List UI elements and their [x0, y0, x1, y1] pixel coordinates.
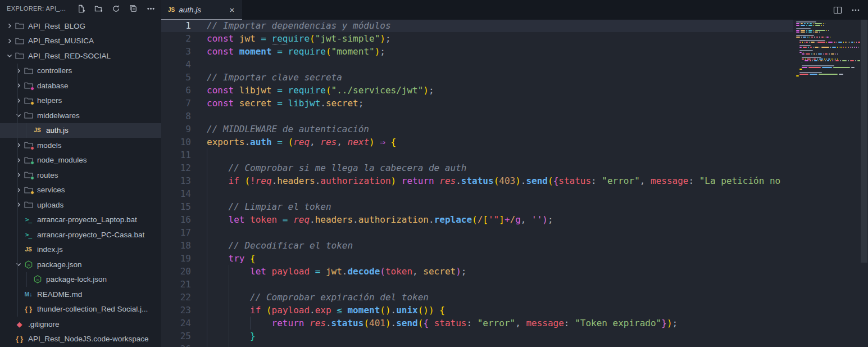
tree-item-arrancar-proyecto-pc-casa-bat[interactable]: >_arrancar-proyecto_PC-Casa.bat — [0, 227, 161, 242]
editor-indent-guide — [207, 161, 207, 174]
code-line-20[interactable]: 20 let payload = jwt.decode(token, secre… — [161, 265, 793, 278]
chevron-right-icon[interactable] — [13, 156, 23, 165]
indent-guide — [17, 78, 18, 93]
code-line-14[interactable]: 14 — [161, 187, 793, 200]
new-folder-icon[interactable] — [93, 3, 103, 13]
tree-item-package-json[interactable]: jspackage.json — [0, 257, 161, 272]
chevron-right-icon[interactable] — [13, 170, 23, 179]
code-line-4[interactable]: 4 — [161, 58, 793, 71]
indent-guide — [17, 287, 18, 302]
markdown-icon: M↓ — [23, 290, 34, 299]
tree-item-api-rest-musica[interactable]: API_Rest_MUSICA — [0, 34, 161, 49]
minimap-line — [796, 33, 859, 34]
tree-item-helpers[interactable]: helpers — [0, 93, 161, 109]
code-line-11[interactable]: 11 — [161, 148, 793, 161]
collapse-all-icon[interactable] — [128, 3, 138, 13]
chevron-down-icon[interactable] — [4, 51, 14, 60]
chevron-down-icon[interactable] — [13, 111, 23, 120]
tree-item-arrancar-proyecto-laptop-bat[interactable]: >_arrancar-proyecto_Laptop.bat — [0, 213, 161, 228]
code-line-17[interactable]: 17 — [161, 226, 793, 239]
tree-item-index-js[interactable]: JSindex.js — [0, 242, 161, 258]
minimap-line — [796, 47, 859, 48]
tree-item-api-rest-red-social[interactable]: API_Rest_RED-SOCIAL — [0, 48, 161, 64]
tab-auth-js[interactable]: JS auth.js × — [161, 0, 242, 20]
code-line-9[interactable]: 9// MIDDLEWARE de autenticación — [161, 123, 793, 136]
code-line-8[interactable]: 8 — [161, 110, 793, 123]
tree-item-node-modules[interactable]: node_modules — [0, 153, 161, 168]
tree-item-middelwares[interactable]: middelwares — [0, 108, 161, 123]
code-line-7[interactable]: 7const secret = libjwt.secret; — [161, 97, 793, 110]
tree-item-api-rest-blog[interactable]: API_Rest_BLOG — [0, 19, 161, 34]
chevron-right-icon[interactable] — [13, 186, 23, 195]
chevron-right-icon[interactable] — [13, 66, 23, 75]
code-line-21[interactable]: 21 — [161, 278, 793, 291]
line-number: 15 — [161, 200, 191, 213]
code-line-1[interactable]: 1// Importar dependencias y módulos — [161, 20, 793, 32]
code-line-6[interactable]: 6const libjwt = require("../services/jwt… — [161, 84, 793, 97]
line-number: 8 — [161, 110, 191, 123]
scrollbar-thumb[interactable] — [861, 20, 867, 263]
new-file-icon[interactable] — [76, 3, 86, 13]
tree-item-api-rest-nodejs-code-workspace[interactable]: { }API_Rest_NodeJS.code-workspace — [0, 332, 161, 347]
terminal-icon: >_ — [23, 215, 34, 224]
more-actions-icon[interactable] — [146, 3, 156, 13]
minimap-line — [796, 69, 859, 70]
tree-item-database[interactable]: database — [0, 78, 161, 93]
tree-item-thunder-collection-red-social-j-[interactable]: { }thunder-collection_Red Social.j... — [0, 302, 161, 317]
editor-indent-guide — [207, 291, 207, 304]
code-line-3[interactable]: 3const moment = require("moment"); — [161, 45, 793, 58]
refresh-icon[interactable] — [111, 3, 121, 13]
code-line-23[interactable]: 23 if (payload.exp ≤ moment().unix()) { — [161, 304, 793, 317]
code-line-2[interactable]: 2const jwt = require("jwt-simple"); — [161, 32, 793, 45]
code-line-25[interactable]: 25 } — [161, 330, 793, 343]
code-line-26[interactable]: 26 — [161, 343, 793, 347]
line-number: 1 — [161, 20, 191, 32]
chevron-right-icon[interactable] — [4, 37, 14, 46]
minimap[interactable] — [793, 20, 860, 347]
code-area: 1// Importar dependencias y módulos2cons… — [161, 20, 793, 347]
editor-indent-guide — [207, 278, 207, 291]
minimap-line — [796, 64, 859, 65]
minimap-line — [796, 65, 859, 66]
split-editor-icon[interactable] — [833, 6, 842, 15]
code-line-10[interactable]: 10exports.auth = (req, res, next) ⇒ { — [161, 136, 793, 148]
tree-item-services[interactable]: services — [0, 183, 161, 198]
close-tab-icon[interactable]: × — [226, 4, 238, 15]
tree-item-auth-js[interactable]: JSauth.js — [0, 123, 161, 138]
minimap-line — [796, 21, 859, 22]
code-line-24[interactable]: 24 return res.status(401).send({ status:… — [161, 317, 793, 330]
chevron-right-icon[interactable] — [13, 141, 23, 150]
code-line-22[interactable]: 22 // Comprobar expiración del token — [161, 291, 793, 304]
indent-guide — [17, 302, 18, 317]
minimap-line — [796, 42, 859, 43]
code-line-18[interactable]: 18 // Decodificar el token — [161, 239, 793, 252]
code-editor[interactable]: 1// Importar dependencias y módulos2cons… — [161, 20, 868, 347]
chevron-right-icon[interactable] — [13, 200, 23, 209]
editor-more-actions-icon[interactable] — [851, 6, 860, 15]
chevron-down-icon[interactable] — [13, 260, 23, 269]
tree-item-controllers[interactable]: controllers — [0, 64, 161, 79]
line-number: 23 — [161, 304, 191, 317]
tree-item-models[interactable]: models — [0, 138, 161, 153]
tree-item-uploads[interactable]: uploads — [0, 197, 161, 213]
tree-item--gitignore[interactable]: ◆.gitignore — [0, 317, 161, 332]
editor-indent-guide — [229, 343, 229, 347]
minimap-line — [796, 72, 859, 73]
tree-item-routes[interactable]: routes — [0, 168, 161, 183]
code-line-16[interactable]: 16 let token = req.headers.authorization… — [161, 213, 793, 226]
code-line-19[interactable]: 19 try { — [161, 252, 793, 265]
chevron-right-icon[interactable] — [4, 21, 14, 30]
folder-badge — [30, 146, 34, 150]
js-icon: JS — [32, 125, 43, 135]
code-line-12[interactable]: 12 // Comprobar si me llega la cabecera … — [161, 161, 793, 174]
chevron-right-icon[interactable] — [13, 96, 23, 105]
tree-item-package-lock-json[interactable]: jspackage-lock.json — [0, 272, 161, 287]
line-number: 21 — [161, 278, 191, 291]
code-line-5[interactable]: 5// Importar clave secreta — [161, 71, 793, 84]
tree-item-readme-md[interactable]: M↓README.md — [0, 287, 161, 302]
editor-indent-guide — [207, 239, 207, 252]
chevron-right-icon[interactable] — [13, 81, 23, 90]
code-line-15[interactable]: 15 // Limpiar el token — [161, 200, 793, 213]
code-line-13[interactable]: 13 if (!req.headers.authorization) retur… — [161, 174, 793, 187]
tree-item-label: API_Rest_MUSICA — [28, 37, 94, 45]
